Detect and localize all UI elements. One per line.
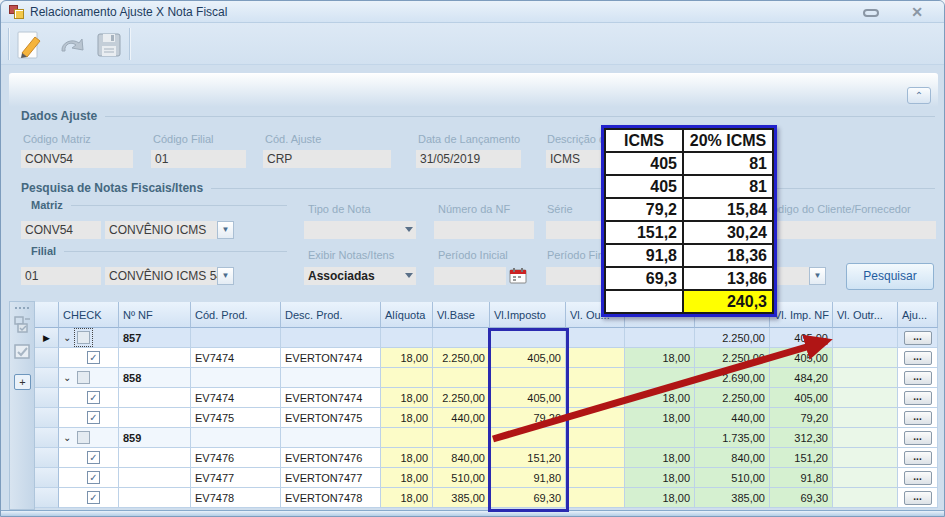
grid-cell[interactable]: [833, 328, 898, 348]
checkbox-icon[interactable]: [14, 344, 31, 360]
item-checkbox[interactable]: ✓: [87, 491, 100, 504]
grid-cell[interactable]: [119, 388, 191, 408]
minimize-button[interactable]: [863, 9, 879, 17]
grid-column-header[interactable]: Desc. Prod.: [281, 302, 381, 328]
grid-cell[interactable]: [281, 328, 381, 348]
item-checkbox[interactable]: ✓: [87, 351, 100, 364]
grid-cell[interactable]: 18,00: [381, 448, 433, 468]
row-selector[interactable]: [35, 488, 59, 508]
grid-cell[interactable]: 18,00: [625, 448, 695, 468]
row-selector[interactable]: ▶: [35, 328, 59, 348]
codigo-matriz-value[interactable]: CONV54: [21, 150, 133, 168]
tipo-nota-combo[interactable]: [304, 221, 416, 239]
grid-cell[interactable]: [119, 448, 191, 468]
grid-cell[interactable]: 91,80: [770, 468, 833, 488]
add-row-button[interactable]: +: [14, 374, 31, 390]
periodo-inicial-input[interactable]: [434, 267, 506, 285]
grid-cell[interactable]: 18,00: [625, 388, 695, 408]
row-selector[interactable]: [35, 368, 59, 388]
grid-cell[interactable]: [191, 368, 281, 388]
grid-column-header[interactable]: Vl. Imp. NF: [770, 302, 833, 328]
ajuste-detail-button[interactable]: ...: [904, 371, 932, 385]
check-cell[interactable]: ✓: [59, 488, 119, 508]
grid-cell[interactable]: [833, 368, 898, 388]
grid-cell[interactable]: 312,30: [770, 428, 833, 448]
filial-code-input[interactable]: 01: [21, 267, 101, 285]
grid-item-row[interactable]: ✓EV7474EVERTON747418,002.250,00405,0018,…: [35, 388, 938, 408]
grid-column-header[interactable]: Nº NF: [119, 302, 191, 328]
grid-cell[interactable]: EVERTON7474: [281, 388, 381, 408]
grid-item-row[interactable]: ✓EV7478EVERTON747818,00385,0069,3018,003…: [35, 488, 938, 508]
save-button[interactable]: [91, 27, 127, 63]
ajuste-cell[interactable]: ...: [898, 328, 938, 348]
ajuste-cell[interactable]: ...: [898, 348, 938, 368]
grid-cell[interactable]: 18,00: [381, 488, 433, 508]
grid-cell[interactable]: 79,20: [770, 408, 833, 428]
check-cell[interactable]: ⌄: [59, 428, 119, 448]
grid-cell[interactable]: [119, 408, 191, 428]
grid-cell[interactable]: [433, 328, 490, 348]
grid-column-header[interactable]: [35, 302, 59, 328]
grid-column-header[interactable]: CHECK: [59, 302, 119, 328]
grid-cell[interactable]: [833, 428, 898, 448]
grid-cell[interactable]: [381, 368, 433, 388]
grid-cell[interactable]: 385,00: [695, 488, 770, 508]
grid-cell[interactable]: 18,00: [625, 348, 695, 368]
grid-cell[interactable]: 18,00: [381, 468, 433, 488]
grid-cell[interactable]: [191, 328, 281, 348]
grid-cell[interactable]: [119, 348, 191, 368]
grid-cell[interactable]: [566, 488, 625, 508]
ajuste-detail-button[interactable]: ...: [904, 411, 932, 425]
item-checkbox[interactable]: ✓: [87, 471, 100, 484]
grid-cell[interactable]: [381, 428, 433, 448]
grid-cell[interactable]: EV7477: [191, 468, 281, 488]
grid-cell[interactable]: 18,00: [381, 408, 433, 428]
check-cell[interactable]: ⌄: [59, 368, 119, 388]
grid-cell[interactable]: [433, 428, 490, 448]
grid-cell[interactable]: [625, 328, 695, 348]
grid-cell[interactable]: EVERTON7478: [281, 488, 381, 508]
row-selector[interactable]: [35, 408, 59, 428]
grid-cell[interactable]: [833, 448, 898, 468]
grid-cell[interactable]: [566, 468, 625, 488]
collapse-panel-button[interactable]: ⌃: [907, 87, 931, 104]
grid-cell[interactable]: [625, 428, 695, 448]
grid-cell[interactable]: 857: [119, 328, 191, 348]
grip-handle-icon[interactable]: [14, 306, 30, 310]
check-cell[interactable]: ⌄: [59, 328, 119, 348]
ajuste-detail-button[interactable]: ...: [904, 451, 932, 465]
grid-column-header[interactable]: Aju...: [898, 302, 938, 328]
grid-cell[interactable]: 2.250,00: [695, 348, 770, 368]
close-button[interactable]: ✕: [907, 3, 927, 21]
ajuste-cell[interactable]: ...: [898, 488, 938, 508]
check-cell[interactable]: ✓: [59, 348, 119, 368]
cliente-fornecedor-input[interactable]: [764, 221, 936, 239]
ajuste-detail-button[interactable]: ...: [904, 351, 932, 365]
ajuste-cell[interactable]: ...: [898, 468, 938, 488]
grid-cell[interactable]: [833, 388, 898, 408]
check-cell[interactable]: ✓: [59, 408, 119, 428]
numero-nf-input[interactable]: [434, 221, 534, 239]
ajuste-cell[interactable]: ...: [898, 368, 938, 388]
data-lancamento-value[interactable]: 31/05/2019: [416, 150, 521, 168]
grid-column-header[interactable]: Vl. Outr...: [833, 302, 898, 328]
grid-cell[interactable]: 2.250,00: [695, 388, 770, 408]
group-checkbox[interactable]: [77, 331, 90, 344]
grid-cell[interactable]: 2.250,00: [433, 388, 490, 408]
grid-cell[interactable]: 1.735,00: [695, 428, 770, 448]
item-checkbox[interactable]: ✓: [87, 411, 100, 424]
grid-cell[interactable]: EV7478: [191, 488, 281, 508]
grid-cell[interactable]: [566, 388, 625, 408]
row-selector[interactable]: [35, 388, 59, 408]
grid-cell[interactable]: 18,00: [625, 488, 695, 508]
grid-cell[interactable]: 2.250,00: [433, 348, 490, 368]
grid-cell[interactable]: [281, 428, 381, 448]
grid-cell[interactable]: EV7474: [191, 388, 281, 408]
grid-cell[interactable]: 858: [119, 368, 191, 388]
grid-cell[interactable]: 484,20: [770, 368, 833, 388]
grid-cell[interactable]: 18,00: [625, 468, 695, 488]
grid-column-header[interactable]: Vl.Base: [433, 302, 490, 328]
grid-cell[interactable]: EVERTON7475: [281, 408, 381, 428]
collapse-chevron-icon[interactable]: ⌄: [63, 372, 71, 383]
grid-cell[interactable]: EVERTON7474: [281, 348, 381, 368]
